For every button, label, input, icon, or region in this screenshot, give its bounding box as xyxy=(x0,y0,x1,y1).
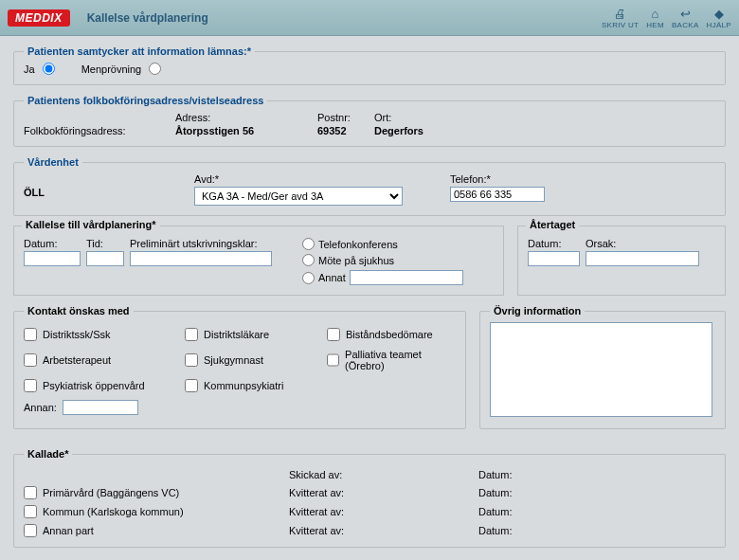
help-label: HJÄLP xyxy=(707,21,731,29)
chk-bistand[interactable] xyxy=(327,328,340,341)
street-value: Åtorpsstigen 56 xyxy=(175,125,317,136)
callout-date-label: Datum: xyxy=(24,238,81,249)
contact-section: Kontakt önskas med Distriktssk/Ssk Distr… xyxy=(13,305,466,429)
info-textarea[interactable] xyxy=(490,322,712,417)
lbl-arbetsterapeut: Arbetsterapeut xyxy=(43,354,111,366)
phone-label: Telefon:* xyxy=(450,173,715,185)
chk-annan-part[interactable] xyxy=(24,524,37,537)
date-header-0: Datum: xyxy=(478,469,715,480)
sent-by-header: Skickad av: xyxy=(289,469,478,480)
retracted-reason-input[interactable] xyxy=(586,251,699,266)
consent-section: Patienten samtycker att information lämn… xyxy=(13,45,726,85)
consent-yes-radio[interactable] xyxy=(43,63,55,75)
app-logo: MEDDIX xyxy=(8,9,70,27)
print-button[interactable]: 🖨 SKRIV UT xyxy=(602,6,639,29)
dept-select[interactable]: KGA 3A - Med/Ger avd 3A xyxy=(194,187,403,206)
consent-trial-radio[interactable] xyxy=(149,63,161,75)
opt-hosp-radio[interactable] xyxy=(302,254,315,266)
summoned-legend: Kallade* xyxy=(24,448,72,460)
opt-hosp-label: Möte på sjukhus xyxy=(318,255,394,266)
opt-other-radio[interactable] xyxy=(302,272,315,284)
ort-header: Ort: xyxy=(374,112,715,123)
home-button[interactable]: ⌂ HEM xyxy=(646,6,664,29)
lbl-annan-part: Annan part xyxy=(43,525,94,536)
contact-legend: Kontakt önskas med xyxy=(24,305,134,316)
lbl-psyk-oppen: Psykiatrisk öppenvård xyxy=(43,380,145,391)
back-label: BACKA xyxy=(672,21,699,29)
unit-org: ÖLL xyxy=(24,173,185,198)
opt-other-label: Annat xyxy=(318,272,346,283)
chk-distriktssk[interactable] xyxy=(24,328,37,341)
folk-label: Folkbokföringsadress: xyxy=(24,125,175,136)
back-icon: ↩ xyxy=(676,6,694,21)
print-label: SKRIV UT xyxy=(602,21,639,29)
help-button[interactable]: ◆ HJÄLP xyxy=(707,6,731,29)
unit-legend: Vårdenhet xyxy=(24,156,82,168)
page-title: Kallelse vårdplanering xyxy=(87,11,208,25)
lbl-palliativa: Palliativa teamet (Örebro) xyxy=(345,349,456,371)
back-button[interactable]: ↩ BACKA xyxy=(672,6,699,29)
ack-by-2: Kvitterat av: xyxy=(289,506,478,517)
postnr-value: 69352 xyxy=(317,125,374,136)
contact-other-input[interactable] xyxy=(63,400,138,415)
ort-value: Degerfors xyxy=(374,125,715,136)
info-legend: Övrig information xyxy=(490,305,585,316)
info-section: Övrig information xyxy=(479,305,726,429)
unit-section: Vårdenhet ÖLL Avd:* KGA 3A - Med/Ger avd… xyxy=(13,156,726,216)
callout-prelim-input[interactable] xyxy=(130,251,272,266)
callout-time-input[interactable] xyxy=(86,251,124,266)
callout-date-input[interactable] xyxy=(24,251,81,266)
chk-kommunpsyk[interactable] xyxy=(185,379,198,392)
ack-by-3: Kvitterat av: xyxy=(289,525,478,536)
addr-header: Adress: xyxy=(175,112,317,123)
callout-prelim-label: Preliminärt utskrivningsklar: xyxy=(130,238,272,249)
callout-legend: Kallelse till vårdplanering* xyxy=(22,219,160,230)
lbl-distriktslakare: Distriktsläkare xyxy=(204,329,269,340)
contact-other-label: Annan: xyxy=(24,402,57,413)
consent-legend: Patienten samtycker att information lämn… xyxy=(24,45,255,57)
callout-time-label: Tid: xyxy=(86,238,124,249)
consent-yes-label: Ja xyxy=(24,63,35,75)
home-label: HEM xyxy=(646,21,664,29)
retracted-legend: Återtaget xyxy=(526,219,579,230)
address-section: Patientens folkbokföringsadress/vistelse… xyxy=(13,95,726,147)
retracted-date-label: Datum: xyxy=(528,238,580,249)
chk-sjukgymnast[interactable] xyxy=(185,353,198,367)
chk-psyk-oppen[interactable] xyxy=(24,379,37,392)
lbl-sjukgymnast: Sjukgymnast xyxy=(204,354,263,366)
chk-arbetsterapeut[interactable] xyxy=(24,353,37,367)
opt-other-input[interactable] xyxy=(350,270,463,285)
ack-by-1: Kvitterat av: xyxy=(289,487,478,498)
address-legend: Patientens folkbokföringsadress/vistelse… xyxy=(24,95,267,106)
consent-trial-label: Menprövning xyxy=(81,63,142,75)
date-1: Datum: xyxy=(478,487,715,498)
lbl-kommunpsyk: Kommunpsykiatri xyxy=(204,380,283,391)
dept-label: Avd:* xyxy=(194,173,441,185)
help-icon: ◆ xyxy=(711,6,728,21)
home-icon: ⌂ xyxy=(647,6,664,21)
phone-input[interactable] xyxy=(450,187,545,202)
lbl-distriktssk: Distriktssk/Ssk xyxy=(43,329,111,340)
chk-kommun[interactable] xyxy=(24,505,37,518)
summoned-section: Kallade* Skickad av: Datum: Primärvård (… xyxy=(13,448,726,548)
lbl-kommun: Kommun (Karlskoga kommun) xyxy=(43,506,184,517)
chk-distriktslakare[interactable] xyxy=(185,328,198,341)
date-2: Datum: xyxy=(478,506,715,517)
chk-palliativa[interactable] xyxy=(327,353,339,367)
opt-phone-radio[interactable] xyxy=(302,238,315,250)
opt-phone-label: Telefonkonferens xyxy=(318,239,398,250)
lbl-primarvard: Primärvård (Baggängens VC) xyxy=(43,487,179,498)
lbl-bistand: Biståndsbedömare xyxy=(346,329,433,340)
chk-primarvard[interactable] xyxy=(24,486,37,499)
date-3: Datum: xyxy=(478,525,715,536)
retracted-reason-label: Orsak: xyxy=(586,238,699,249)
retracted-date-input[interactable] xyxy=(528,251,580,266)
printer-icon: 🖨 xyxy=(612,6,629,21)
postnr-header: Postnr: xyxy=(317,112,374,123)
